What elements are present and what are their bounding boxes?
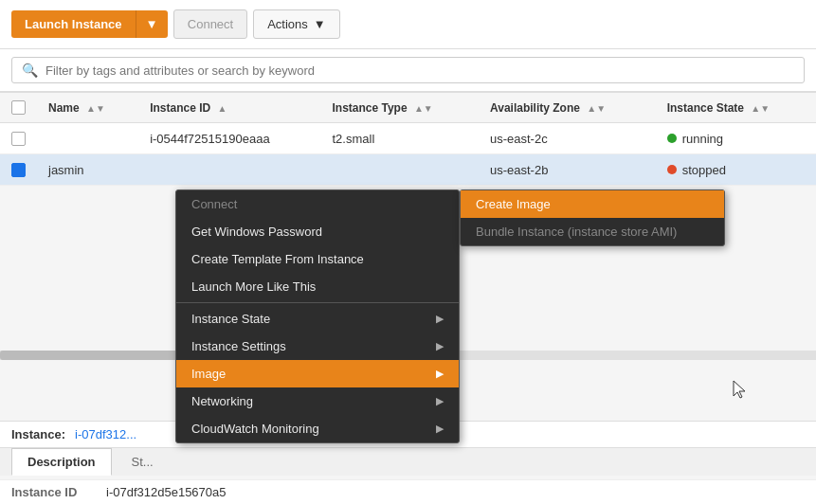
col-header-availability-zone: Availability Zone ▲▼ (479, 93, 656, 123)
scroll-thumb[interactable] (0, 351, 190, 360)
context-menu-networking[interactable]: Networking ▶ (176, 387, 459, 415)
context-menu-instance-settings[interactable]: Instance Settings ▶ (176, 333, 459, 360)
select-all-header[interactable] (0, 93, 37, 123)
submenu-create-image[interactable]: Create Image (461, 190, 724, 218)
cell-state: stopped (656, 154, 816, 186)
search-input[interactable] (45, 63, 794, 78)
tab-description[interactable]: Description (11, 448, 112, 476)
cell-az: us-east-2c (479, 123, 656, 154)
submenu-arrow-icon: ▶ (436, 423, 444, 435)
launch-instance-dropdown-arrow[interactable]: ▼ (136, 10, 168, 38)
cursor (730, 379, 749, 402)
search-wrapper[interactable]: 🔍 (11, 57, 805, 83)
connect-label: Connect (191, 197, 237, 211)
submenu-arrow-icon: ▶ (436, 340, 444, 352)
cell-instance-id (138, 154, 320, 186)
tabs-bar: Description St... (0, 447, 816, 476)
col-header-instance-id: Instance ID ▲ (138, 93, 320, 123)
state-dot (667, 134, 677, 143)
col-header-instance-state: Instance State ▲▼ (656, 93, 816, 123)
context-menu-cloudwatch[interactable]: CloudWatch Monitoring ▶ (176, 415, 459, 442)
actions-label: Actions (267, 17, 308, 31)
launch-instance-group: Launch Instance ▼ (11, 10, 168, 38)
cell-state: running (656, 123, 816, 154)
submenu-arrow-icon: ▶ (436, 368, 444, 380)
cell-name (37, 123, 138, 154)
create-image-label: Create Image (476, 197, 551, 211)
separator (176, 302, 459, 303)
state-dot (667, 165, 677, 174)
tab-status[interactable]: St... (116, 448, 170, 476)
instances-table: Name ▲▼ Instance ID ▲ Instance Type ▲▼ A… (0, 92, 816, 186)
networking-label: Networking (191, 394, 253, 408)
instance-id-display: i-07df312 (75, 427, 126, 441)
get-windows-password-label: Get Windows Password (191, 225, 322, 239)
connect-button: Connect (173, 9, 247, 39)
cell-name: jasmin (37, 154, 138, 186)
row-checkbox[interactable] (11, 163, 26, 177)
submenu-arrow-icon: ▶ (436, 313, 444, 325)
image-label: Image (191, 367, 226, 381)
context-menu-launch-more[interactable]: Launch More Like This (176, 273, 459, 300)
col-header-instance-type: Instance Type ▲▼ (320, 93, 479, 123)
actions-dropdown-icon: ▼ (314, 17, 326, 31)
cloudwatch-label: CloudWatch Monitoring (191, 422, 319, 436)
detail-label: Instance ID (11, 485, 87, 499)
context-menu-create-template[interactable]: Create Template From Instance (176, 245, 459, 273)
search-bar: 🔍 (0, 49, 816, 92)
select-all-checkbox[interactable] (11, 100, 26, 115)
submenu-bundle-instance: Bundle Instance (instance store AMI) (461, 218, 724, 245)
table-row[interactable]: i-0544f72515190eaaa t2.small us-east-2c … (0, 123, 816, 154)
table-row[interactable]: jasmin us-east-2b stopped (0, 154, 816, 186)
image-submenu: Create Image Bundle Instance (instance s… (460, 189, 725, 246)
bundle-instance-label: Bundle Instance (instance store AMI) (476, 225, 677, 239)
detail-value: i-07df312d5e15670a5 (106, 485, 227, 499)
launch-more-label: Launch More Like This (191, 279, 316, 294)
search-icon: 🔍 (22, 63, 38, 78)
instance-state-label: Instance State (191, 312, 270, 326)
context-menu-connect: Connect (176, 190, 459, 218)
create-template-label: Create Template From Instance (191, 252, 364, 266)
col-header-name: Name ▲▼ (37, 93, 138, 123)
context-menu-image[interactable]: Image ▶ (176, 360, 459, 387)
submenu-arrow-icon: ▶ (436, 395, 444, 407)
instance-prefix: Instance: (11, 427, 65, 441)
instance-settings-label: Instance Settings (191, 339, 286, 353)
instances-table-container: Name ▲▼ Instance ID ▲ Instance Type ▲▼ A… (0, 92, 816, 186)
launch-instance-button[interactable]: Launch Instance (11, 10, 136, 38)
context-menu: Connect Get Windows Password Create Temp… (175, 189, 460, 443)
row-checkbox[interactable] (11, 132, 26, 146)
toolbar: Launch Instance ▼ Connect Actions ▼ (0, 0, 816, 49)
cell-instance-type (320, 154, 479, 186)
cell-instance-type: t2.small (320, 123, 479, 154)
cell-instance-id: i-0544f72515190eaaa (138, 123, 320, 154)
actions-button[interactable]: Actions ▼ (253, 9, 340, 39)
detail-row: Instance ID i-07df312d5e15670a5 (0, 479, 816, 504)
context-menu-get-windows-password[interactable]: Get Windows Password (176, 218, 459, 245)
instance-id-value[interactable]: i-07df312... (75, 427, 136, 441)
context-menu-instance-state[interactable]: Instance State ▶ (176, 305, 459, 333)
cell-az: us-east-2b (479, 154, 656, 186)
